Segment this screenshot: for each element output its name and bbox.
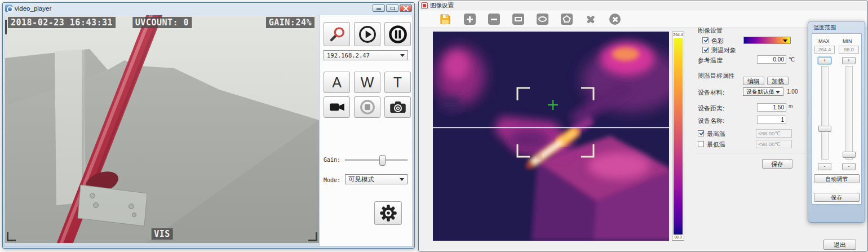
min-plus-button[interactable]: + — [842, 57, 856, 64]
material-value: 设备默认值 — [746, 88, 774, 96]
colorbar-max-label: 264.4 — [672, 32, 684, 38]
gain-slider[interactable] — [345, 159, 408, 161]
ref-temp-input[interactable]: 0.00 — [757, 55, 786, 64]
auto-focus-button[interactable]: A — [324, 72, 350, 93]
video-player-window: video_player — [2, 2, 415, 249]
device-name-label: 设备名称: — [698, 117, 724, 125]
range-save-button[interactable]: 保存 — [814, 193, 860, 202]
gain-control-row: Gain: — [324, 154, 408, 165]
video-player-app-icon — [5, 5, 12, 12]
distance-label: 设备距离: — [698, 104, 724, 113]
load-button[interactable]: 加载 — [767, 77, 789, 85]
chevron-down-icon — [400, 178, 404, 181]
colormap-select[interactable] — [743, 37, 791, 44]
ref-temp-label: 参考温度 — [698, 56, 723, 65]
camera-icon — [389, 100, 406, 114]
gain-label: Gain: — [324, 157, 340, 163]
search-icon — [329, 26, 346, 43]
uvcount-overlay: UVCOUNT: 0 — [132, 17, 192, 28]
chevron-down-icon — [776, 91, 780, 94]
max-temp-checkbox[interactable] — [698, 130, 704, 136]
thermal-scene — [433, 32, 669, 241]
wide-zoom-button[interactable]: W — [354, 72, 380, 93]
distance-unit: m — [789, 103, 793, 109]
min-slider-thumb[interactable] — [843, 152, 856, 158]
settings-button[interactable] — [374, 201, 402, 225]
delete-button[interactable] — [584, 14, 597, 25]
channel-overlay: VIS — [151, 228, 173, 240]
material-label: 设备材料: — [698, 89, 724, 97]
gain-slider-thumb[interactable] — [379, 155, 386, 166]
auto-adjust-button[interactable]: 自动调节 — [814, 174, 860, 183]
max-minus-button[interactable]: - — [818, 163, 831, 170]
minimize-button[interactable] — [373, 5, 385, 12]
maximize-icon — [391, 7, 395, 10]
control-panel: 192.168.2.47 A W T — [320, 15, 412, 246]
max-slider-track[interactable] — [821, 66, 829, 160]
range-max-input[interactable]: 264.4 — [814, 46, 835, 54]
desktop: video_player — [0, 0, 868, 252]
ref-temp-unit: ℃ — [789, 56, 795, 63]
temperature-range-panel[interactable]: 温度范围 MAX MIN 264.4 98.0 + + - - 自动调节 保存 — [808, 21, 865, 223]
image-settings-section-label: 图像设置 — [698, 26, 723, 35]
wide-zoom-label: W — [361, 74, 374, 91]
snapshot-button[interactable] — [384, 96, 411, 118]
material-coef: 1.00 — [787, 89, 798, 95]
video-feed: 2018-02-23 16:43:31 UVCOUNT: 0 GAIN:24% … — [5, 15, 319, 243]
save-image-button[interactable] — [439, 14, 451, 25]
mode-select[interactable]: 可见模式 — [345, 174, 408, 184]
connect-button[interactable] — [324, 22, 350, 46]
exit-button[interactable]: 退出 — [823, 240, 856, 250]
max-slider-thumb[interactable] — [818, 126, 831, 132]
stop-record-button[interactable] — [354, 96, 380, 118]
pause-icon — [388, 25, 408, 44]
min-temp-label: 最低温 — [707, 140, 725, 149]
rectangle-region-button[interactable] — [512, 14, 524, 25]
range-min-input[interactable]: 98.0 — [839, 46, 859, 54]
device-name-input[interactable]: 1 — [757, 116, 786, 124]
color-label: 色彩 — [711, 37, 724, 45]
tele-zoom-label: T — [393, 74, 402, 91]
gear-icon — [379, 204, 397, 222]
min-slider-track[interactable] — [845, 66, 853, 160]
min-temp-checkbox[interactable] — [698, 141, 704, 147]
ellipse-region-button[interactable] — [536, 14, 548, 25]
settings-save-button[interactable]: 保存 — [762, 159, 792, 169]
circle-x-icon — [609, 14, 621, 25]
image-settings-window: 图像设置 — [418, 1, 868, 251]
image-settings-title: 图像设置 — [430, 2, 454, 10]
remove-region-button[interactable] — [488, 14, 500, 25]
scan-line — [433, 127, 669, 128]
camcorder-icon — [329, 101, 345, 113]
mode-control-row: Mode: 可见模式 — [324, 174, 408, 184]
max-temp-input[interactable]: <98.00℃ — [756, 129, 792, 138]
image-settings-titlebar[interactable]: 图像设置 — [419, 1, 867, 10]
min-temp-input[interactable]: <98.00℃ — [756, 140, 792, 148]
color-checkbox[interactable] — [702, 37, 708, 43]
polygon-region-button[interactable] — [560, 14, 573, 25]
divider — [696, 153, 806, 153]
ip-address-select[interactable]: 192.168.2.47 — [324, 50, 408, 60]
chevron-down-icon — [400, 54, 405, 57]
thermal-view[interactable] — [433, 32, 669, 241]
edit-button[interactable]: 编辑 — [743, 77, 764, 85]
mode-value: 可见模式 — [348, 175, 374, 184]
gain-overlay: GAIN:24% — [266, 17, 315, 28]
colorbar-min-label: 98.0 — [672, 235, 684, 240]
auto-focus-label: A — [332, 74, 342, 91]
distance-input[interactable]: 1.50 — [757, 103, 786, 112]
close-button[interactable] — [400, 5, 412, 12]
maximize-button[interactable] — [386, 5, 398, 12]
video-player-titlebar[interactable]: video_player — [3, 3, 414, 14]
min-minus-button[interactable]: - — [842, 163, 856, 170]
record-video-button[interactable] — [324, 96, 350, 118]
tele-zoom-button[interactable]: T — [384, 72, 411, 93]
ellipse-icon — [537, 14, 548, 25]
add-region-button[interactable] — [463, 14, 476, 25]
max-plus-button[interactable]: + — [818, 57, 831, 64]
material-select[interactable]: 设备默认值 — [743, 87, 783, 96]
pause-button[interactable] — [384, 22, 411, 46]
play-button[interactable] — [354, 22, 380, 46]
measure-object-checkbox[interactable] — [702, 47, 708, 53]
close-tool-button[interactable] — [609, 14, 621, 25]
